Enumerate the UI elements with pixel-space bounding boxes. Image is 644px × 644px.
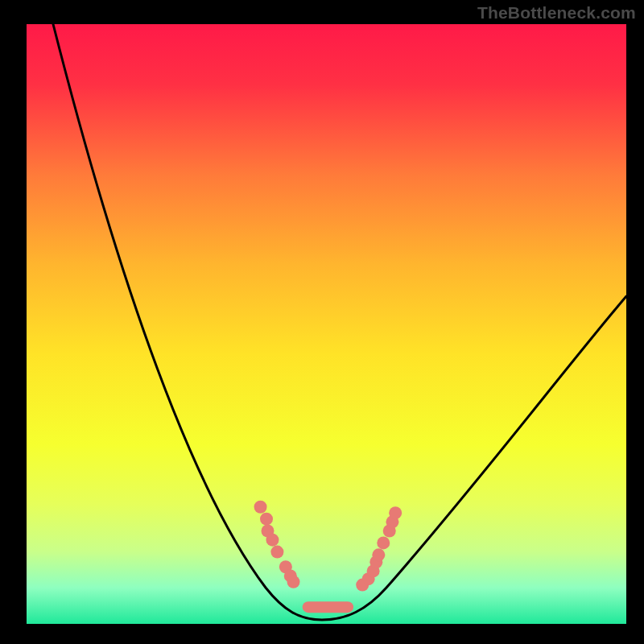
scatter-point bbox=[254, 501, 267, 514]
scatter-point bbox=[377, 536, 390, 549]
scatter-point bbox=[372, 548, 385, 561]
scatter-point bbox=[389, 506, 402, 519]
scatter-point bbox=[266, 534, 279, 547]
scatter-point bbox=[260, 513, 273, 526]
bottom-flat-marker bbox=[303, 601, 353, 613]
watermark-text: TheBottleneck.com bbox=[477, 3, 636, 23]
scatter-point bbox=[287, 576, 300, 588]
scatter-point bbox=[270, 546, 283, 559]
chart-frame: TheBottleneck.com bbox=[0, 0, 644, 644]
chart-svg bbox=[0, 0, 644, 644]
plot-area bbox=[27, 24, 626, 624]
